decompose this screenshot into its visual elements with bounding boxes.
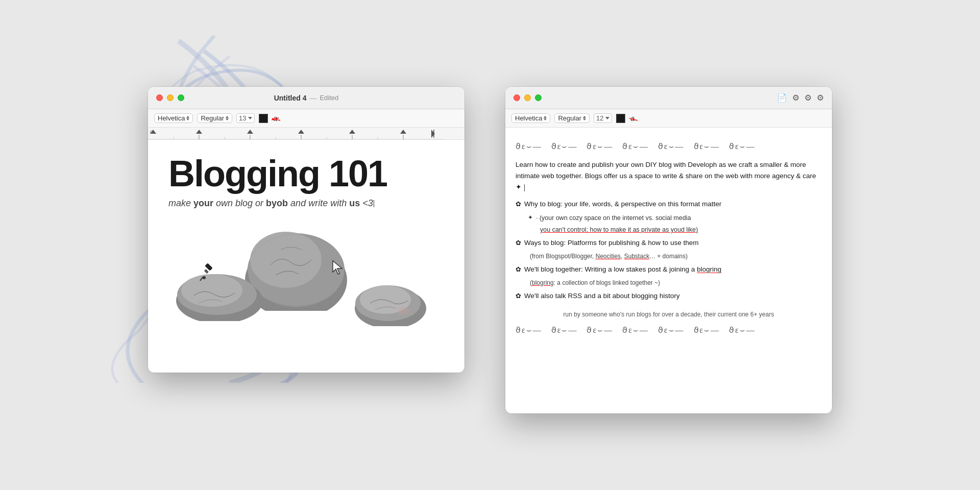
style-selector-left[interactable]: Regular xyxy=(197,113,232,123)
right-title-icons: 📄 ⚙ ⚙ ⚙ xyxy=(777,93,824,103)
svg-point-40 xyxy=(203,276,206,279)
paren-note-text-2: (from Blogspot/Blogger, Neocities, Subst… xyxy=(530,253,688,260)
font-name-left: Helvetica xyxy=(158,114,185,122)
font-selector-right[interactable]: Helvetica xyxy=(511,113,550,123)
close-button-right[interactable] xyxy=(513,94,520,101)
svg-line-43 xyxy=(629,118,638,120)
left-doc-content: Blogging 101 make your own blog or byob … xyxy=(148,140,464,336)
doc-icon[interactable]: 📄 xyxy=(777,93,787,103)
minimize-button[interactable] xyxy=(167,94,174,101)
bullet-text-3: We'll blog together: Writing a low stake… xyxy=(524,264,822,275)
bullet-star-2: ✿ xyxy=(516,238,521,249)
svg-line-0 xyxy=(272,118,280,120)
title-separator: — xyxy=(309,94,316,102)
font-dropdown-arrows-right xyxy=(544,116,547,120)
gear-icon-2[interactable]: ⚙ xyxy=(804,93,812,103)
ornament-bottom: ϑε⌣— ϑε⌣— ϑε⌣— ϑε⌣— ϑε⌣— ϑε⌣— ϑε⌣— xyxy=(516,324,822,337)
bullet-item-1: ✿ Why to blog: your life, words, & persp… xyxy=(516,199,822,210)
font-name-right: Helvetica xyxy=(515,114,542,122)
right-toolbar: Helvetica Regular 12 a xyxy=(505,109,832,128)
footer-note: run by someone who's run blogs for over … xyxy=(516,310,822,320)
bullet-star-3: ✿ xyxy=(516,264,521,275)
bullet-text-4: We'll also talk RSS and a bit about blog… xyxy=(524,291,822,301)
font-size-value-right: 12 xyxy=(596,114,603,122)
left-window: Untitled 4 — Edited Helvetica Regular xyxy=(148,87,464,373)
bullet-text-2: Ways to blog: Platforms for publishing &… xyxy=(524,238,822,248)
gear-icon-3[interactable]: ⚙ xyxy=(817,93,824,103)
paren-note-text-3: (blogring: a collection of blogs linked … xyxy=(530,279,660,286)
strikethrough-btn-left[interactable]: a xyxy=(272,113,278,124)
size-dropdown-arrow-left xyxy=(248,117,252,119)
traffic-lights-right xyxy=(513,94,542,101)
bullet-star-1: ✿ xyxy=(516,199,521,210)
maximize-button-right[interactable] xyxy=(535,94,542,101)
sub-bullet-1-1: ✦ xyxy=(528,213,533,223)
style-name-right: Regular xyxy=(558,114,581,122)
font-dropdown-arrows xyxy=(186,116,189,120)
color-swatch-right[interactable] xyxy=(616,114,625,123)
paren-note-3: (blogring: a collection of blogs linked … xyxy=(530,278,822,288)
window-title-left: Untitled 4 — Edited xyxy=(274,94,339,102)
bullet-text-1: Why to blog: your life, words, & perspec… xyxy=(524,199,822,209)
svg-text:0: 0 xyxy=(150,130,153,135)
bullet-item-2: ✿ Ways to blog: Platforms for publishing… xyxy=(516,238,822,249)
intro-paragraph: Learn how to create and publish your own… xyxy=(516,159,822,193)
minimize-button-right[interactable] xyxy=(524,94,531,101)
font-selector-left[interactable]: Helvetica xyxy=(154,113,193,123)
blogring-link[interactable]: blogring xyxy=(697,265,721,273)
intro-text-content: Learn how to create and publish your own… xyxy=(516,161,816,191)
right-title-bar: 📄 ⚙ ⚙ ⚙ xyxy=(505,87,832,109)
edited-label: Edited xyxy=(320,94,338,102)
sub-sub-item-1-1: you can't control; how to make it as pri… xyxy=(540,225,822,235)
text-cursor xyxy=(524,184,525,191)
left-toolbar: Helvetica Regular 13 a xyxy=(148,109,464,128)
right-window: 📄 ⚙ ⚙ ⚙ Helvetica Regular xyxy=(505,87,832,413)
sub-sub-text-1-1: you can't control; how to make it as pri… xyxy=(540,226,698,233)
font-size-left[interactable]: 13 xyxy=(236,113,255,123)
right-doc-content: ϑε⌣— ϑε⌣— ϑε⌣— ϑε⌣— ϑε⌣— ϑε⌣— ϑε⌣— Learn… xyxy=(505,128,832,349)
style-selector-right[interactable]: Regular xyxy=(554,113,590,123)
strikethrough-btn-right[interactable]: a xyxy=(629,113,635,124)
close-button[interactable] xyxy=(156,94,163,101)
style-dropdown-arrows-right xyxy=(583,116,586,120)
svg-rect-41 xyxy=(204,269,209,274)
svg-point-37 xyxy=(397,307,409,315)
traffic-lights-left xyxy=(156,94,184,101)
svg-line-39 xyxy=(200,277,203,281)
doc-main-title: Blogging 101 xyxy=(168,155,444,192)
style-dropdown-arrows xyxy=(226,116,229,120)
document-title: Untitled 4 xyxy=(274,94,307,102)
style-name-left: Regular xyxy=(201,114,224,122)
bullet-item-3: ✿ We'll blog together: Writing a low sta… xyxy=(516,264,822,275)
size-dropdown-arrow-right xyxy=(605,117,609,119)
svg-rect-1 xyxy=(148,128,444,140)
doc-subtitle: make your own blog or byob and write wit… xyxy=(168,198,444,209)
font-size-right[interactable]: 12 xyxy=(594,113,612,123)
maximize-button[interactable] xyxy=(178,94,184,101)
color-swatch-left[interactable] xyxy=(259,114,268,123)
sub-item-1-1: ✦ · (your own cozy space on the internet… xyxy=(528,213,822,223)
paren-note-2: (from Blogspot/Blogger, Neocities, Subst… xyxy=(530,252,822,261)
sub-text-1-1: · (your own cozy space on the internet v… xyxy=(536,213,691,223)
left-title-bar: Untitled 4 — Edited xyxy=(148,87,464,109)
ornament-top: ϑε⌣— ϑε⌣— ϑε⌣— ϑε⌣— ϑε⌣— ϑε⌣— ϑε⌣— xyxy=(516,140,822,153)
gear-icon-1[interactable]: ⚙ xyxy=(792,93,799,103)
bullet-star-4: ✿ xyxy=(516,291,521,302)
svg-marker-42 xyxy=(333,261,342,274)
bullet-item-4: ✿ We'll also talk RSS and a bit about bl… xyxy=(516,291,822,302)
ruler-left: 1 2 3 4 5 xyxy=(148,128,464,140)
font-size-value-left: 13 xyxy=(239,114,246,122)
bullet-list: ✿ Why to blog: your life, words, & persp… xyxy=(516,199,822,302)
